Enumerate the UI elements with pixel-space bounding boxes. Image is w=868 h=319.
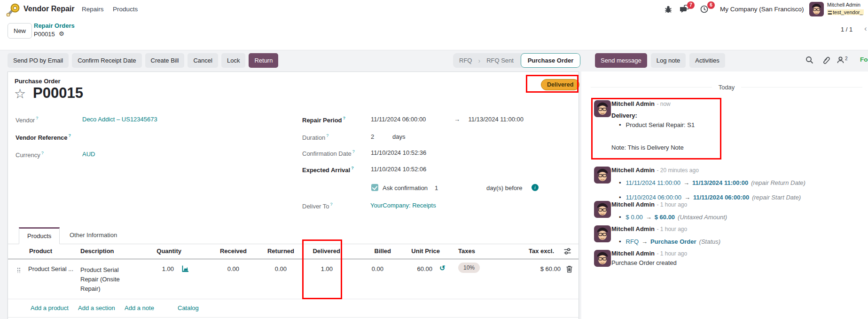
tab-products[interactable]: Products — [19, 227, 60, 244]
col-header-delivered[interactable]: Delivered — [293, 247, 340, 255]
col-header-unit-price[interactable]: Unit Price — [393, 247, 440, 255]
col-header-received[interactable]: Received — [200, 247, 247, 255]
return-button[interactable]: Return — [249, 53, 278, 68]
message-header: Mitchell Admin - 1 hour ago — [611, 200, 864, 208]
message-header: Mitchell Admin - now — [611, 99, 864, 108]
chatter-message[interactable]: Mitchell Admin - 20 minutes ago •11/11/2… — [588, 166, 864, 203]
cell-delivered[interactable]: 1.00 — [286, 265, 333, 272]
avatar — [594, 167, 611, 183]
col-header-billed[interactable]: Billed — [344, 247, 391, 255]
status-purchase-order[interactable]: Purchase Order — [521, 53, 580, 68]
vendor-value[interactable]: Deco Addict – US12345673 — [82, 116, 157, 123]
deliver-to-value[interactable]: YourCompany: Receipts — [370, 202, 436, 209]
status-rfq-sent[interactable]: RFQ Sent — [480, 57, 520, 64]
cell-subtotal: $ 60.00 — [514, 265, 561, 272]
info-icon[interactable] — [532, 184, 539, 191]
expected-arrival-value[interactable]: 11/10/2024 10:52:06 — [371, 166, 426, 173]
add-a-note-link[interactable]: Add a note — [125, 304, 154, 311]
company-switcher[interactable]: My Company (San Francisco) — [720, 6, 804, 13]
cell-product[interactable]: Product Serial ... — [28, 265, 78, 272]
log-note-button[interactable]: Log note — [651, 53, 686, 68]
catalog-link[interactable]: Catalog — [178, 304, 199, 311]
list-icon — [828, 11, 832, 15]
activities-button[interactable]: Activities — [689, 53, 725, 68]
followers-icon[interactable]: 2 — [837, 56, 848, 64]
help-icon: ? — [352, 149, 355, 154]
delete-row-trash-icon[interactable] — [566, 265, 573, 273]
follow-button[interactable]: Fo — [860, 56, 868, 63]
lock-button[interactable]: Lock — [221, 53, 245, 68]
help-icon: ? — [69, 133, 71, 138]
avatar — [594, 225, 611, 242]
activities-count-badge: 6 — [707, 1, 715, 9]
col-header-quantity[interactable]: Quantity — [134, 247, 181, 255]
debug-bug-icon[interactable] — [665, 6, 672, 13]
pager-previous-icon[interactable]: ‹ — [864, 24, 867, 33]
currency-label: Currency? — [16, 151, 44, 159]
app-title[interactable]: Vendor Repair — [23, 5, 74, 13]
chatter-message[interactable]: Mitchell Admin - 1 hour ago •RFQ→Purchas… — [588, 224, 864, 247]
confirm-receipt-date-button[interactable]: Confirm Receipt Date — [72, 53, 141, 68]
nav-products[interactable]: Products — [113, 6, 138, 13]
confirmation-date-value[interactable]: 11/10/2024 10:52:36 — [371, 149, 426, 156]
duration-value[interactable]: 2 — [371, 133, 374, 140]
chatter-message[interactable]: Mitchell Admin - 1 hour ago •$ 0.00→$ 60… — [588, 200, 864, 223]
user-menu[interactable]: Mitchell Admin test_vendor_ — [827, 2, 868, 16]
user-avatar[interactable] — [809, 2, 824, 16]
chatter-message[interactable]: Mitchell Admin - 1 hour ago Purchase Ord… — [588, 249, 864, 266]
vendor-label: Vendor? — [16, 116, 38, 124]
app-logo-icon[interactable] — [6, 2, 21, 16]
create-bill-button[interactable]: Create Bill — [145, 53, 185, 68]
ask-confirmation-days-input[interactable]: 1 — [435, 184, 438, 191]
col-header-taxes[interactable]: Taxes — [458, 247, 475, 255]
user-context-badge: test_vendor_ — [827, 9, 864, 15]
new-button[interactable]: New — [8, 23, 32, 39]
add-a-section-link[interactable]: Add a section — [78, 304, 115, 311]
followers-count: 2 — [845, 56, 848, 61]
tab-other-information[interactable]: Other Information — [62, 227, 125, 244]
col-header-tax-excl[interactable]: Tax excl. — [507, 247, 554, 255]
optional-columns-icon[interactable] — [563, 247, 571, 255]
cancel-button[interactable]: Cancel — [188, 53, 218, 68]
col-header-description[interactable]: Description — [80, 247, 114, 255]
top-navbar: Vendor Repair Repairs Products 7 6 My Co… — [0, 0, 868, 19]
col-header-returned[interactable]: Returned — [247, 247, 294, 255]
help-icon: ? — [36, 116, 38, 120]
cell-taxes-badge[interactable]: 10% — [458, 263, 480, 273]
actions-gear-icon[interactable]: ⚙ — [59, 30, 64, 37]
cell-unit-price[interactable]: 60.00 — [385, 265, 432, 272]
help-icon: ? — [343, 116, 346, 120]
page-title: P00015 — [33, 85, 83, 102]
expected-arrival-label: Expected Arrival? — [302, 166, 354, 174]
cell-description[interactable]: Product Serial Repair (Onsite Repair) — [80, 265, 130, 294]
search-messages-icon[interactable] — [805, 56, 813, 64]
message-header: Mitchell Admin - 1 hour ago — [611, 249, 864, 257]
help-icon: ? — [326, 133, 328, 138]
ask-confirmation-checkbox[interactable] — [371, 184, 378, 191]
avatar — [594, 100, 611, 117]
breadcrumb-parent[interactable]: Repair Orders — [34, 22, 75, 29]
repair-end-date[interactable]: 11/13/2024 11:00:00 — [469, 116, 524, 123]
forecast-chart-icon[interactable] — [181, 265, 189, 272]
nav-repairs[interactable]: Repairs — [82, 6, 104, 13]
currency-value[interactable]: AUD — [82, 151, 95, 158]
row-drag-handle[interactable] — [17, 267, 21, 273]
cell-received[interactable]: 0.00 — [192, 265, 239, 272]
repair-period-value[interactable]: 11/11/2024 06:00:00 → 11/13/2024 11:00:0… — [371, 116, 524, 123]
send-message-button[interactable]: Send message — [595, 53, 647, 68]
cell-billed[interactable]: 0.00 — [336, 265, 383, 272]
status-rfq[interactable]: RFQ — [453, 57, 478, 64]
cell-quantity[interactable]: 1.00 — [127, 265, 174, 272]
col-header-product[interactable]: Product — [29, 247, 52, 255]
cell-returned[interactable]: 0.00 — [240, 265, 287, 272]
control-panel-breadcrumb: New Repair Orders P00015 ⚙ 1 / 1 ‹ — [0, 19, 868, 50]
deliver-to-label: Deliver To? — [302, 202, 333, 210]
add-a-product-link[interactable]: Add a product — [31, 304, 69, 311]
attachments-paperclip-icon[interactable] — [822, 56, 830, 64]
message-bullet: •Product Serial Repair: S1 — [611, 121, 864, 128]
favorite-star-icon[interactable]: ☆ — [14, 86, 26, 102]
price-history-icon[interactable]: ↺ — [439, 264, 446, 272]
chatter-message[interactable]: Mitchell Admin - now Delivery: •Product … — [588, 99, 864, 151]
send-po-by-email-button[interactable]: Send PO by Email — [8, 53, 69, 68]
repair-start-date[interactable]: 11/11/2024 06:00:00 — [371, 116, 426, 123]
